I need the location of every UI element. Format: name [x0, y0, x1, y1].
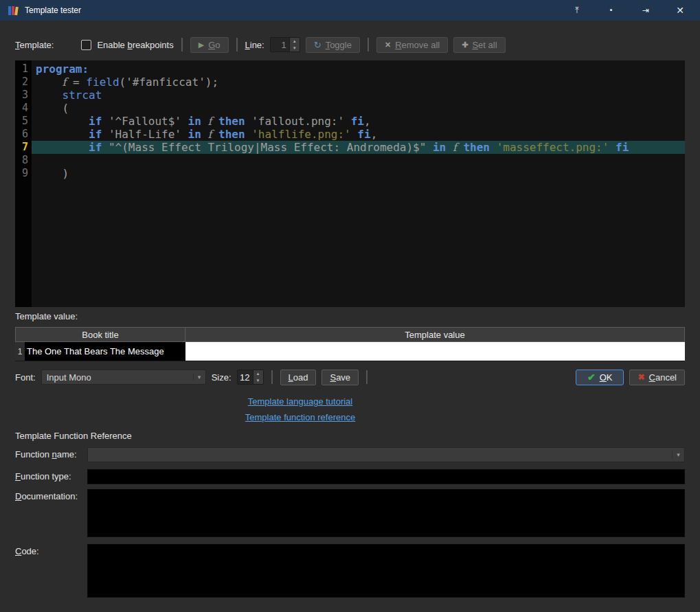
- editor-line[interactable]: 2 f = field('#fanficcat');: [15, 76, 685, 89]
- close-icon[interactable]: ✕: [674, 5, 686, 16]
- documentation-textarea[interactable]: [87, 489, 685, 537]
- function-name-combobox[interactable]: ▾: [87, 447, 685, 462]
- code-text: if '^Fallout$' in f then 'fallout.png:' …: [32, 115, 685, 128]
- cross-icon: ✖: [637, 373, 644, 381]
- separator: [366, 370, 368, 384]
- line-label: Line:: [245, 40, 264, 50]
- column-header-book-title[interactable]: Book title: [16, 328, 185, 341]
- code-text: (: [32, 102, 685, 115]
- spin-up-icon[interactable]: ▲: [253, 370, 263, 377]
- code-text: program:: [32, 63, 685, 76]
- shade-icon[interactable]: ⤒: [571, 5, 583, 15]
- font-combobox-value: Input Mono: [42, 372, 193, 383]
- ok-button-label: OK: [600, 372, 613, 383]
- toolbar: Template: Enable breakpoints ▶ Go Line: …: [15, 34, 685, 55]
- documentation-label: Documentation:: [15, 489, 87, 537]
- column-header-template-value[interactable]: Template value: [185, 328, 684, 341]
- spin-down-icon[interactable]: ▼: [290, 45, 300, 52]
- line-number: 5: [15, 115, 32, 128]
- enable-breakpoints-label[interactable]: Enable breakpoints: [97, 40, 173, 50]
- set-all-button-label: Set all: [472, 40, 497, 50]
- remove-all-icon: ✕: [385, 41, 391, 49]
- code-text: if "^(Mass Effect Trilogy|Mass Effect: A…: [32, 141, 685, 154]
- editor-line[interactable]: 7 if "^(Mass Effect Trilogy|Mass Effect:…: [15, 141, 685, 154]
- size-spinner[interactable]: 12 ▲ ▼: [237, 370, 264, 385]
- editor-line[interactable]: 8: [15, 154, 685, 167]
- function-type-field: [87, 469, 685, 484]
- code-row: Code:: [15, 544, 685, 598]
- line-number: 2: [15, 76, 32, 89]
- app-icon: [7, 4, 19, 16]
- spinner-buttons: ▲ ▼: [289, 38, 300, 52]
- template-value-table: Book title Template value 1 The One That…: [15, 327, 685, 361]
- separator: [181, 38, 183, 52]
- ok-button[interactable]: ✔ OK: [576, 370, 624, 385]
- play-icon: ▶: [199, 41, 204, 49]
- font-combobox[interactable]: Input Mono ▾: [41, 370, 206, 385]
- editor-line[interactable]: 5 if '^Fallout$' in f then 'fallout.png:…: [15, 115, 685, 128]
- window-controls: ⤒ · ⇥ ✕: [571, 5, 693, 16]
- template-value-label: Template value:: [15, 311, 78, 321]
- code-text: strcat: [32, 89, 685, 102]
- code-text: [32, 154, 685, 167]
- code-text: f = field('#fanficcat');: [32, 76, 685, 89]
- editor-line[interactable]: 4 (: [15, 102, 685, 115]
- toggle-button[interactable]: ↻ Toggle: [306, 37, 360, 53]
- function-name-row: Function name: ▾: [15, 446, 685, 462]
- font-row: Font: Input Mono ▾ Size: 12 ▲ ▼ Load Sav…: [15, 368, 685, 386]
- size-spinner-value: 12: [238, 370, 253, 384]
- minimize-icon[interactable]: ·: [605, 7, 618, 14]
- code-label: Code:: [15, 544, 87, 598]
- table-header-row: Book title Template value: [15, 327, 685, 342]
- separator: [271, 370, 273, 384]
- template-function-reference-link[interactable]: Template function reference: [15, 412, 585, 422]
- code-textarea[interactable]: [87, 544, 685, 598]
- row-header[interactable]: 1: [15, 342, 25, 361]
- template-language-tutorial-link[interactable]: Template language tutorial: [15, 396, 585, 407]
- toggle-icon: ↻: [314, 41, 321, 49]
- line-number: 9: [15, 167, 32, 180]
- go-button[interactable]: ▶ Go: [190, 37, 229, 53]
- code-text: ): [32, 167, 685, 180]
- enable-breakpoints-checkbox[interactable]: [81, 40, 91, 50]
- line-number: 6: [15, 128, 32, 141]
- template-function-reference-title: Template Function Reference: [15, 431, 132, 441]
- cancel-button-label: Cancel: [649, 372, 677, 383]
- separator: [368, 38, 369, 52]
- editor-line[interactable]: 9 ): [15, 167, 685, 180]
- help-links: Template language tutorial Template func…: [15, 396, 585, 428]
- toggle-button-label: Toggle: [326, 40, 352, 50]
- line-number: 7: [15, 141, 32, 154]
- line-number: 1: [15, 63, 32, 76]
- template-value-cell[interactable]: [185, 342, 685, 361]
- editor-line[interactable]: 3 strcat: [15, 89, 685, 102]
- line-spinner-value: 1: [271, 38, 289, 52]
- line-number: 3: [15, 89, 32, 102]
- cancel-button[interactable]: ✖ Cancel: [629, 370, 685, 385]
- editor-line[interactable]: 1program:: [15, 63, 685, 76]
- line-spinner[interactable]: 1 ▲ ▼: [270, 37, 300, 52]
- spin-down-icon[interactable]: ▼: [253, 377, 263, 384]
- separator: [236, 38, 238, 52]
- template-label: Template:: [15, 40, 54, 50]
- check-icon: ✔: [587, 372, 596, 382]
- save-button[interactable]: Save: [321, 370, 359, 385]
- code-text: if 'Half-Life' in f then 'halflife.png:'…: [32, 128, 685, 141]
- documentation-row: Documentation:: [15, 489, 685, 537]
- titlebar[interactable]: Template tester ⤒ · ⇥ ✕: [0, 0, 700, 21]
- restore-icon[interactable]: ⇥: [640, 5, 652, 15]
- font-label: Font:: [15, 372, 36, 383]
- set-all-button[interactable]: ✚ Set all: [453, 37, 505, 53]
- load-button[interactable]: Load: [280, 370, 317, 385]
- window-title: Template tester: [25, 5, 81, 15]
- save-button-label: Save: [330, 372, 350, 383]
- editor-line[interactable]: 6 if 'Half-Life' in f then 'halflife.png…: [15, 128, 685, 141]
- function-type-label: Function type:: [15, 471, 87, 481]
- size-label: Size:: [212, 372, 232, 383]
- go-button-label: Go: [208, 40, 220, 50]
- remove-all-button[interactable]: ✕ Remove all: [376, 37, 448, 53]
- spin-up-icon[interactable]: ▲: [290, 38, 300, 45]
- book-title-cell[interactable]: The One That Bears The Message: [25, 342, 185, 361]
- table-row[interactable]: 1 The One That Bears The Message: [15, 342, 685, 361]
- template-code-editor[interactable]: 1program:2 f = field('#fanficcat');3 str…: [15, 60, 685, 307]
